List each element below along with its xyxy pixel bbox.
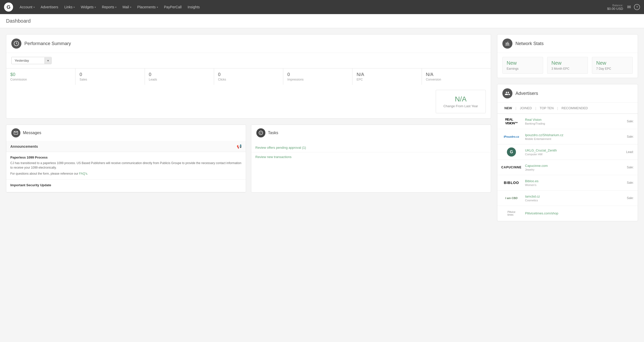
help-icon[interactable]: ?	[634, 4, 640, 10]
perf-stat-clicks: 0 Clicks	[214, 68, 283, 85]
network-stats-icon	[502, 39, 512, 49]
adv-name-bibloo[interactable]: Bibloo.es	[525, 179, 538, 183]
tab-top-ten[interactable]: TOP TEN	[537, 105, 557, 111]
page-title: Dashboard	[6, 18, 638, 24]
adv-name-ipouzdro[interactable]: Ipouzdro.cz/Shisharium.cz	[525, 133, 563, 137]
advertisers-header: Advertisers	[497, 84, 638, 103]
network-stats-title: Network Stats	[515, 41, 544, 46]
adv-commission-ipouzdro: Sale:	[627, 135, 634, 138]
advertisers-title: Advertisers	[515, 91, 538, 96]
task-link-1[interactable]: Review new transactions	[255, 155, 292, 159]
tasks-icon	[256, 128, 265, 137]
adv-cat-ipouzdro: Mobile Entertainment	[525, 137, 623, 140]
adv-name-iamcbd[interactable]: Iamcbd.cz	[525, 195, 540, 198]
tab-new[interactable]: NEW	[501, 105, 515, 111]
adv-logo-iamcbd: I am CBD	[501, 193, 521, 203]
adv-name-uklg[interactable]: UKLG_Crucial_Zenith	[525, 148, 557, 152]
chevron-down-icon: ▾	[73, 6, 75, 9]
nav-item-insights[interactable]: Insights	[185, 3, 202, 11]
adv-info-bibloo: Bibloo.es Women's	[525, 179, 623, 186]
page-header: Dashboard	[0, 14, 644, 28]
adv-item-uklg: G UKLG_Crucial_Zenith Computer HW Lead:	[497, 144, 638, 160]
sales-value: 0	[79, 72, 140, 77]
adv-logo-uklg: G	[501, 147, 521, 157]
left-column: Performance Summary Yesterday ▾ $0 Commi…	[6, 34, 491, 221]
nia-label: Change From Last Year	[444, 104, 478, 108]
task-link-0[interactable]: Review offers pending approval (1)	[255, 146, 306, 149]
perf-stat-leads: 0 Leads	[145, 68, 214, 85]
clicks-value: 0	[218, 72, 279, 77]
adv-name-realvision[interactable]: Real Vision	[525, 118, 542, 122]
network-stats-row: New Earnings New 3 Month EPC New 7 Day E…	[502, 57, 633, 74]
adv-item-realvision: REALVISION™ Real Vision Banking/Trading …	[497, 114, 638, 129]
nav-item-mail[interactable]: Mail ▾	[120, 3, 134, 11]
period-dropdown[interactable]: Yesterday ▾	[11, 57, 52, 64]
announcement-paperless: Paperless 1099 Process CJ has transition…	[6, 152, 246, 180]
network-stat-earnings: New Earnings	[502, 57, 543, 74]
perf-chart-area: N/A Change From Last Year	[6, 85, 491, 118]
tab-joined[interactable]: JOINED	[517, 105, 535, 111]
tasks-header: Tasks	[251, 125, 491, 141]
network-stats-body: New Earnings New 3 Month EPC New 7 Day E…	[497, 53, 638, 78]
nav-item-advertisers[interactable]: Advertisers	[38, 3, 61, 11]
nav-item-paypercall[interactable]: PayPerCall	[162, 3, 184, 11]
tasks-card: Tasks Review offers pending approval (1)…	[251, 125, 491, 193]
adv-info-ipouzdro: Ipouzdro.cz/Shisharium.cz Mobile Enterta…	[525, 133, 623, 140]
earnings-value: New	[507, 60, 539, 66]
adv-cat-iamcbd: Cosmetics	[525, 199, 623, 202]
right-column: Network Stats New Earnings New 3 Month E…	[497, 34, 638, 221]
7day-epc-value: New	[596, 60, 628, 66]
perf-title: Performance Summary	[24, 41, 71, 46]
adv-info-capucinne: Capucinne.com Jewelry	[525, 164, 623, 171]
logo-text: G	[7, 4, 11, 10]
adv-commission-realvision: Sale:	[627, 120, 634, 123]
tab-sep-1: |	[535, 106, 537, 110]
tab-recommended[interactable]: RECOMMENDED	[558, 105, 591, 111]
perf-stats-row: $0 Commission 0 Sales 0 Leads 0 Clicks 0	[6, 68, 491, 85]
adv-logo-capucinne: CAPUCINNE	[501, 162, 521, 172]
task-item-0: Review offers pending approval (1)	[251, 143, 491, 152]
adv-item-capucinne: CAPUCINNE Capucinne.com Jewelry Sale:	[497, 160, 638, 175]
commission-label: Commission	[10, 78, 71, 81]
adv-commission-uklg: Lead:	[626, 150, 634, 154]
tasks-body: Review offers pending approval (1) Revie…	[251, 141, 491, 163]
nia-change-box: N/A Change From Last Year	[436, 90, 486, 113]
lower-left-section: Messages Announcements 📢 Paperless 1099 …	[6, 125, 491, 193]
nav-item-reports[interactable]: Reports ▾	[99, 3, 119, 11]
navigation: G Account ▾ Advertisers Links ▾ Widgets …	[0, 0, 644, 14]
announcement-text-paperless: CJ has transitioned to a paperless 1099 …	[10, 161, 242, 170]
performance-summary-card: Performance Summary Yesterday ▾ $0 Commi…	[6, 34, 491, 119]
adv-name-plitivice[interactable]: Plitvicetimes.com/shop	[525, 211, 558, 215]
network-stat-7day-epc: New 7 Day EPC	[592, 57, 633, 74]
earnings-label: Earnings	[507, 67, 539, 70]
7day-epc-label: 7 Day EPC	[596, 67, 628, 70]
logo[interactable]: G	[4, 3, 13, 12]
network-stats-card: Network Stats New Earnings New 3 Month E…	[497, 34, 638, 78]
adv-item-iamcbd: I am CBD Iamcbd.cz Cosmetics Sale:	[497, 191, 638, 206]
perf-stat-impressions: 0 Impressions	[283, 68, 352, 85]
announcement-extra-paperless: For questions about the form, please ref…	[10, 171, 242, 176]
nav-actions: ✉ ?	[627, 4, 640, 10]
leads-value: 0	[149, 72, 210, 77]
announcement-title-paperless: Paperless 1099 Process	[10, 156, 242, 159]
faq-link[interactable]: FAQ's.	[79, 172, 88, 175]
nav-item-account[interactable]: Account ▾	[17, 3, 37, 11]
nav-item-widgets[interactable]: Widgets ▾	[78, 3, 98, 11]
adv-name-capucinne[interactable]: Capucinne.com	[525, 164, 548, 168]
nav-item-placements[interactable]: Placements ▾	[135, 3, 160, 11]
mail-icon[interactable]: ✉	[627, 4, 631, 10]
announcement-security: Important Security Update	[6, 180, 246, 192]
leads-label: Leads	[149, 78, 210, 81]
messages-icon	[11, 128, 20, 137]
perf-stat-epc: N/A EPC	[352, 68, 422, 85]
advertisers-list: REALVISION™ Real Vision Banking/Trading …	[497, 114, 638, 221]
conversion-value: N/A	[426, 72, 487, 77]
messages-body: Announcements 📢 Paperless 1099 Process C…	[6, 141, 246, 192]
conversion-label: Conversion	[426, 78, 487, 81]
main-content: Performance Summary Yesterday ▾ $0 Commi…	[0, 28, 644, 227]
nav-item-links[interactable]: Links ▾	[62, 3, 77, 11]
chevron-down-icon: ▾	[95, 6, 96, 9]
impressions-value: 0	[287, 72, 348, 77]
adv-commission-capucinne: Sale:	[627, 166, 634, 169]
adv-commission-bibloo: Sale:	[627, 181, 634, 184]
